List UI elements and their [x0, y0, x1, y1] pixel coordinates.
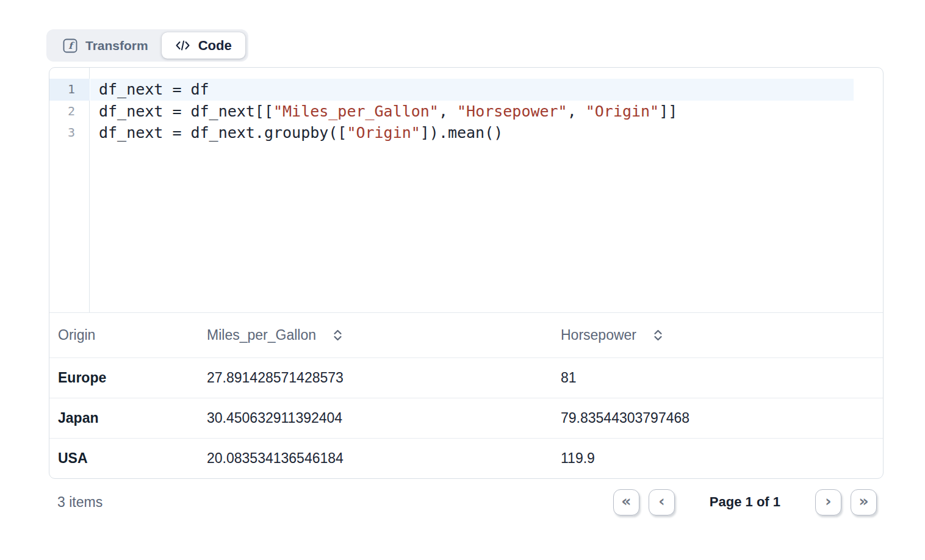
cell-origin: USA [49, 438, 198, 478]
code-line-content: df_next = df_next.groupby(["Origin"]).me… [90, 122, 854, 144]
line-number: 2 [49, 101, 90, 123]
cell-miles-per-gallon: 30.450632911392404 [198, 398, 552, 438]
result-table: Origin Miles_per_Gallon Horsepower Europ… [49, 313, 883, 478]
chevron-left-icon: ‹ [658, 494, 664, 509]
tab-code-label: Code [198, 38, 232, 54]
code-icon [175, 40, 190, 51]
string-token: "Horsepower" [457, 102, 567, 120]
cell-horsepower: 119.9 [552, 438, 883, 478]
code-token: , [567, 102, 586, 120]
code-editor[interactable]: 1 df_next = df 2 df_next = df_next[["Mil… [49, 68, 883, 313]
code-token: , [439, 102, 457, 120]
line-number: 1 [49, 79, 90, 101]
page-indicator: Page 1 of 1 [710, 494, 780, 510]
cell-miles-per-gallon: 27.891428571428573 [198, 357, 552, 398]
code-token: df_next = df_next[[ [99, 102, 273, 120]
tab-transform[interactable]: f Transform [49, 32, 162, 59]
cell-origin: Japan [49, 398, 198, 438]
svg-text:f: f [68, 40, 75, 51]
first-page-button[interactable]: « [613, 489, 639, 515]
table-footer: 3 items « ‹ Page 1 of 1 › » [49, 488, 884, 516]
table-header-row: Origin Miles_per_Gallon Horsepower [49, 313, 883, 357]
code-token: df_next = df_next.groupby([ [99, 124, 347, 142]
string-token: "Origin" [586, 102, 659, 120]
line-number: 3 [49, 122, 90, 144]
table-row[interactable]: USA 20.083534136546184 119.9 [49, 438, 883, 478]
cell-horsepower: 79.83544303797468 [552, 398, 883, 438]
prev-page-button[interactable]: ‹ [649, 489, 675, 515]
function-icon: f [63, 38, 77, 53]
next-page-button[interactable]: › [815, 489, 841, 515]
code-token: ]] [659, 102, 677, 120]
chevron-right-icon: › [825, 494, 831, 509]
code-line-3[interactable]: 3 df_next = df_next.groupby(["Origin"]).… [49, 122, 883, 144]
sort-icon[interactable] [332, 329, 344, 341]
tab-transform-label: Transform [85, 38, 148, 53]
cell-origin: Europe [49, 357, 198, 398]
code-line-1[interactable]: 1 df_next = df [49, 79, 883, 101]
code-token: df_next = df [99, 81, 209, 98]
tab-code[interactable]: Code [162, 32, 245, 59]
last-page-button[interactable]: » [851, 489, 877, 515]
column-header-label: Origin [58, 327, 95, 343]
cell-miles-per-gallon: 20.083534136546184 [198, 438, 552, 478]
double-chevron-right-icon: » [858, 494, 868, 509]
column-header-miles-per-gallon[interactable]: Miles_per_Gallon [198, 313, 552, 357]
string-token: "Origin" [347, 124, 420, 142]
column-header-origin: Origin [49, 313, 198, 357]
column-header-label: Horsepower [561, 327, 636, 343]
code-line-content: df_next = df [90, 79, 854, 101]
column-header-horsepower[interactable]: Horsepower [552, 313, 883, 357]
sort-icon[interactable] [652, 329, 664, 341]
pagination: « ‹ Page 1 of 1 › » [613, 489, 877, 515]
table-row[interactable]: Japan 30.450632911392404 79.835443037974… [49, 398, 883, 438]
cell-horsepower: 81 [552, 357, 883, 398]
string-token: "Miles_per_Gallon" [273, 102, 439, 120]
column-header-label: Miles_per_Gallon [207, 327, 316, 343]
items-count: 3 items [57, 494, 103, 511]
data-wrangler-app: f Transform Code 1 df_next = df 2 df_nex… [49, 29, 884, 516]
double-chevron-left-icon: « [621, 494, 631, 509]
code-line-content: df_next = df_next[["Miles_per_Gallon", "… [90, 101, 854, 123]
code-line-2[interactable]: 2 df_next = df_next[["Miles_per_Gallon",… [49, 101, 883, 123]
code-token: ]).mean() [420, 124, 503, 142]
code-and-results-panel: 1 df_next = df 2 df_next = df_next[["Mil… [49, 67, 884, 479]
table-row[interactable]: Europe 27.891428571428573 81 [49, 357, 883, 398]
view-toggle: f Transform Code [46, 29, 248, 62]
